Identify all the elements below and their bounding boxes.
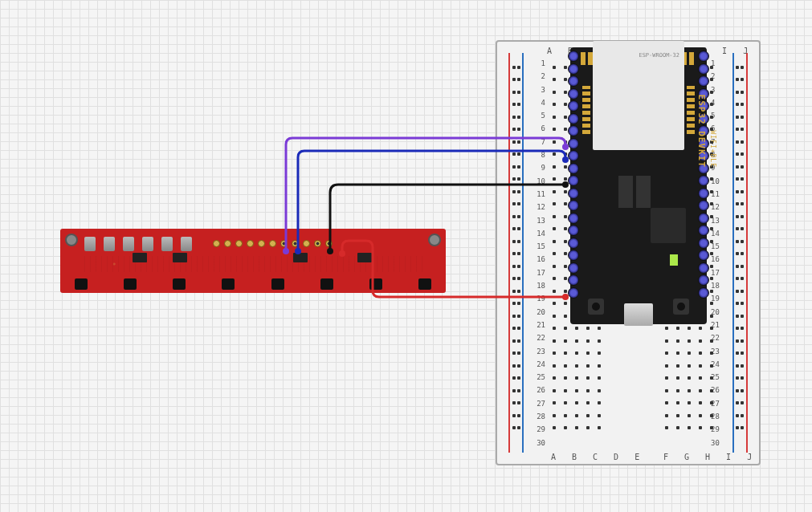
power-rail-neg-left <box>522 53 524 453</box>
power-rail-neg-right <box>732 53 734 453</box>
diagram-canvas: A B C D E F G H I J A B C D E F G H I J … <box>0 0 812 512</box>
power-rail-pos-left <box>508 53 510 453</box>
smd-components <box>84 237 192 251</box>
col-labels-bot-right: F G H I J <box>663 453 757 461</box>
r3 <box>293 253 308 262</box>
col-labels-bot-left: A B C D E <box>551 453 645 461</box>
rail-holes-right[interactable] <box>735 61 745 434</box>
ir-emitters <box>75 278 431 290</box>
regulator <box>618 176 633 208</box>
regulator-2 <box>636 176 651 208</box>
board-name-label: ESP32 DEVKIT <box>696 95 707 168</box>
row-numbers-left: 1234567891011121314151617181920212223242… <box>532 59 545 447</box>
boot-button[interactable] <box>673 299 689 315</box>
en-button[interactable] <box>588 299 604 315</box>
side-pads-l <box>582 86 590 134</box>
r2 <box>173 253 187 262</box>
board-subtitle-label: WIFI+BLE <box>709 130 716 168</box>
sensor-header[interactable] <box>213 240 333 247</box>
r1 <box>133 253 147 262</box>
pin-header-right[interactable] <box>698 51 709 299</box>
power-led <box>670 254 678 266</box>
module-label: ESP-WROOM-32 <box>639 52 679 59</box>
power-rail-pos-right <box>746 53 748 453</box>
ic1 <box>357 253 372 262</box>
pcb-traces <box>80 256 426 272</box>
side-pads-r <box>687 86 695 134</box>
pin-header-left[interactable] <box>568 51 579 299</box>
qtr-sensor-array[interactable] <box>60 229 446 293</box>
rail-holes-left[interactable] <box>512 61 521 434</box>
micro-usb-port[interactable] <box>624 303 653 326</box>
mount-hole-left <box>65 234 78 246</box>
esp32-devkit[interactable]: ESP-WROOM-32 ESP32 DEVKIT WIFI+BLE <box>570 47 707 324</box>
rf-shield: ESP-WROOM-32 <box>593 41 684 150</box>
mount-hole-right <box>428 234 441 246</box>
usb-uart-chip <box>651 208 686 243</box>
